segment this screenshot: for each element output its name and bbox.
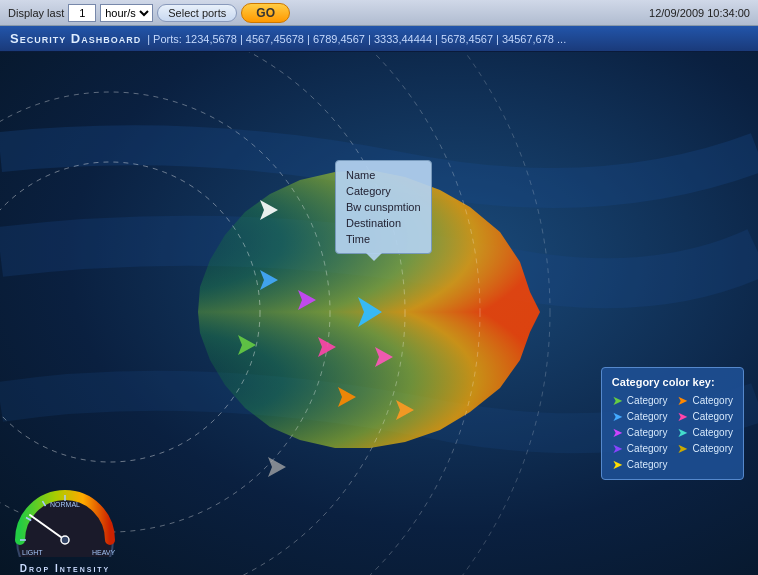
svg-point-24 [61,536,69,544]
list-item: ➤ Category [612,442,668,455]
display-last-input[interactable] [68,4,96,22]
category-arrow-icon: ➤ [612,458,623,471]
tooltip-destination: Destination [346,215,421,231]
category-arrow-icon: ➤ [612,442,623,455]
color-key-title: Category color key: [612,376,733,388]
tooltip-name: Name [346,167,421,183]
tooltip-time: Time [346,231,421,247]
category-label: Category [627,459,668,470]
datetime-display: 12/09/2009 10:34:00 [649,7,750,19]
hours-select[interactable]: hour/s [100,4,153,22]
gauge-svg: LIGHT NORMAL HEAVY [10,485,120,557]
gauge-container: LIGHT NORMAL HEAVY Drop Intensity [10,485,120,570]
category-label: Category [692,395,733,406]
category-arrow-icon: ➤ [612,394,623,407]
category-arrow-icon: ➤ [677,394,688,407]
go-button[interactable]: GO [241,3,290,23]
list-item: ➤ Category [612,394,668,407]
category-label: Category [627,443,668,454]
category-label: Category [627,395,668,406]
list-item: ➤ Category [677,410,733,423]
category-label: Category [627,427,668,438]
svg-text:NORMAL: NORMAL [50,501,80,508]
list-item: ➤ Category [677,442,733,455]
list-item: ➤ Category [612,458,668,471]
tooltip-category: Category [346,183,421,199]
category-arrow-icon: ➤ [677,442,688,455]
list-item: ➤ Category [612,410,668,423]
ports-label: | Ports: 1234,5678 | 4567,45678 | 6789,4… [147,33,566,45]
gauge-label: Drop Intensity [10,563,120,574]
list-item: ➤ Category [677,394,733,407]
color-key-panel: Category color key: ➤ Category ➤ Categor… [601,367,744,480]
category-label: Category [692,427,733,438]
category-arrow-icon: ➤ [677,410,688,423]
category-label: Category [627,411,668,422]
display-last-label: Display last [8,7,64,19]
svg-text:HEAVY: HEAVY [92,549,116,556]
category-arrow-icon: ➤ [612,410,623,423]
ports-value: 1234,5678 | 4567,45678 | 6789,4567 | 333… [185,33,566,45]
tooltip-bw: Bw cunspmtion [346,199,421,215]
toolbar: Display last hour/s Select ports GO 12/0… [0,0,758,26]
dashboard-header: Security Dashboard | Ports: 1234,5678 | … [0,26,758,52]
svg-text:LIGHT: LIGHT [22,549,43,556]
select-ports-button[interactable]: Select ports [157,4,237,22]
main-visualization: Name Category Bw cunspmtion Destination … [0,52,758,575]
svg-marker-14 [268,457,286,477]
category-label: Category [692,443,733,454]
data-tooltip: Name Category Bw cunspmtion Destination … [335,160,432,254]
dashboard-title: Security Dashboard [10,31,141,46]
list-item: ➤ Category [612,426,668,439]
category-arrow-icon: ➤ [612,426,623,439]
category-arrow-icon: ➤ [677,426,688,439]
color-key-grid: ➤ Category ➤ Category ➤ Category ➤ Categ… [612,394,733,471]
list-item: ➤ Category [677,426,733,439]
category-label: Category [692,411,733,422]
